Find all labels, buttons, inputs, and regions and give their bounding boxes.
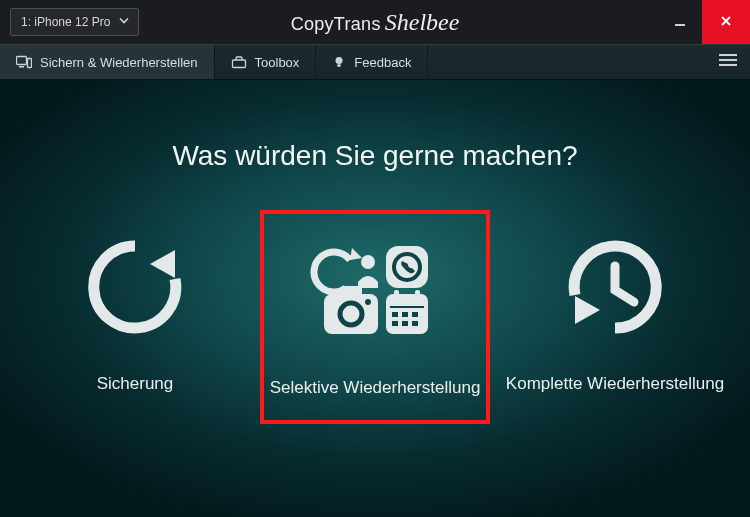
svg-rect-6 [338, 64, 341, 67]
tab-toolbox[interactable]: Toolbox [215, 45, 317, 79]
svg-rect-25 [392, 321, 398, 326]
device-selector-label: 1: iPhone 12 Pro [21, 15, 110, 29]
selective-restore-icon [310, 232, 440, 350]
minimize-button[interactable] [658, 0, 702, 44]
svg-rect-2 [19, 66, 24, 68]
tab-label: Feedback [354, 55, 411, 70]
tab-label: Sichern & Wiederherstellen [40, 55, 198, 70]
brand-text-2: Shelbee [385, 9, 460, 36]
svg-rect-9 [719, 64, 737, 66]
tab-feedback[interactable]: Feedback [316, 45, 428, 79]
devices-icon [16, 55, 32, 69]
option-full-restore[interactable]: Komplette Wiederherstellung [500, 210, 730, 424]
app-brand: CopyTrans Shelbee [291, 9, 460, 36]
svg-rect-24 [412, 312, 418, 317]
option-selective-restore[interactable]: Selektive Wiederherstellung [260, 210, 490, 424]
option-backup[interactable]: Sicherung [20, 210, 250, 424]
svg-rect-22 [392, 312, 398, 317]
option-label: Sicherung [97, 374, 174, 394]
tab-bar: Sichern & Wiederherstellen Toolbox Feedb… [0, 44, 750, 80]
tab-label: Toolbox [255, 55, 300, 70]
page-title: Was würden Sie gerne machen? [172, 140, 577, 172]
svg-rect-3 [28, 59, 32, 68]
device-selector[interactable]: 1: iPhone 12 Pro [10, 8, 139, 36]
svg-rect-19 [390, 306, 424, 308]
refresh-arrow-icon [80, 228, 190, 346]
svg-rect-20 [394, 290, 399, 300]
options-row: Sicherung [0, 210, 750, 424]
svg-point-16 [365, 299, 371, 305]
window-controls [658, 0, 750, 44]
svg-rect-1 [17, 57, 27, 65]
close-icon [719, 12, 733, 33]
svg-rect-4 [232, 60, 245, 68]
option-label: Selektive Wiederherstellung [270, 378, 481, 398]
minimize-icon [673, 12, 687, 33]
svg-point-5 [336, 57, 343, 64]
history-restore-icon [560, 228, 670, 346]
close-button[interactable] [702, 0, 750, 44]
lightbulb-icon [332, 55, 346, 69]
svg-rect-27 [412, 321, 418, 326]
main-area: Was würden Sie gerne machen? Sicherung [0, 80, 750, 517]
svg-rect-14 [342, 286, 362, 298]
svg-rect-21 [415, 290, 420, 300]
option-label: Komplette Wiederherstellung [506, 374, 724, 394]
title-bar: 1: iPhone 12 Pro CopyTrans Shelbee [0, 0, 750, 44]
svg-rect-23 [402, 312, 408, 317]
menu-button[interactable] [706, 45, 750, 79]
svg-rect-7 [719, 54, 737, 56]
svg-point-10 [361, 255, 375, 269]
brand-text-1: CopyTrans [291, 14, 381, 35]
svg-rect-0 [675, 24, 685, 26]
chevron-down-icon [118, 15, 130, 30]
svg-rect-8 [719, 59, 737, 61]
toolbox-icon [231, 55, 247, 69]
tab-backup-restore[interactable]: Sichern & Wiederherstellen [0, 45, 215, 79]
svg-rect-26 [402, 321, 408, 326]
menu-icon [718, 53, 738, 71]
